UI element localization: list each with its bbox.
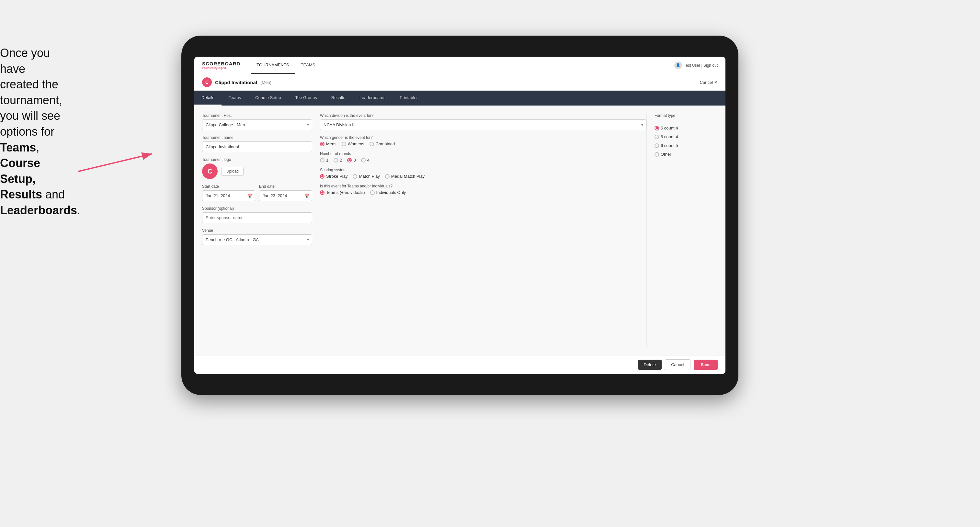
tournament-logo-circle: C	[202, 77, 212, 87]
individuals-only-radio[interactable]	[370, 190, 375, 195]
scoring-stroke[interactable]: Stroke Play	[320, 174, 347, 179]
delete-button[interactable]: Delete	[638, 360, 662, 370]
format-5count4-radio[interactable]	[654, 126, 659, 130]
tab-leaderboards[interactable]: Leaderboards	[352, 90, 393, 106]
scoring-medal-match[interactable]: Medal Match Play	[385, 174, 425, 179]
upload-button[interactable]: Upload	[221, 167, 243, 176]
gender-mens-radio[interactable]	[320, 142, 325, 146]
division-label: Which division is the event for?	[320, 113, 646, 118]
scoring-radio-group: Stroke Play Match Play Medal Match Play	[320, 174, 646, 179]
start-date-wrap: 📅	[202, 190, 255, 201]
left-column: Tournament Host Clippd College - Men Tou…	[202, 113, 312, 348]
scoring-label: Scoring system	[320, 168, 646, 172]
rounds-group: Number of rounds 1 2	[320, 151, 646, 162]
tablet-screen: SCOREBOARD Powered by clippd TOURNAMENTS…	[194, 57, 725, 374]
nav-teams[interactable]: TEAMS	[295, 57, 321, 74]
rounds-2-radio[interactable]	[334, 158, 338, 162]
gender-combined-radio[interactable]	[369, 142, 374, 146]
division-select[interactable]: NCAA Division III	[320, 119, 646, 130]
format-6count4-radio[interactable]	[654, 135, 659, 139]
tournament-host-select[interactable]: Clippd College - Men	[202, 119, 312, 130]
rounds-label: Number of rounds	[320, 151, 646, 156]
tab-details[interactable]: Details	[194, 90, 221, 106]
tournament-cancel-btn[interactable]: Cancel ✕	[700, 80, 718, 85]
teams-plus-individuals[interactable]: Teams (+Individuals)	[320, 190, 365, 195]
venue-select[interactable]: Peachtree GC - Atlanta - GA	[202, 234, 312, 245]
rounds-3-label: 3	[353, 158, 356, 162]
tournament-logo-label: Tournament logo	[202, 157, 312, 162]
teams-plus-radio[interactable]	[320, 190, 325, 195]
tournament-title: Clippd Invitational	[215, 79, 257, 85]
right-content: Which division is the event for? NCAA Di…	[320, 113, 718, 348]
scoring-medal-match-radio[interactable]	[385, 174, 390, 179]
individuals-only[interactable]: Individuals Only	[370, 190, 406, 195]
rounds-3-radio[interactable]	[347, 158, 352, 162]
format-type-label: Format type	[654, 113, 718, 118]
annotation-line5: options for	[0, 125, 54, 138]
tournament-name-group: Tournament name	[202, 135, 312, 152]
save-button[interactable]: Save	[694, 360, 718, 370]
format-6count4-label: 6 count 4	[661, 134, 678, 139]
rounds-2[interactable]: 2	[334, 158, 342, 162]
format-other-radio[interactable]	[654, 152, 659, 157]
tablet-frame: SCOREBOARD Powered by clippd TOURNAMENTS…	[181, 36, 738, 395]
scoring-group: Scoring system Stroke Play Match Play	[320, 168, 646, 179]
annotation-line2: created the	[0, 78, 58, 91]
rounds-3[interactable]: 3	[347, 158, 356, 162]
tournament-logo-group: Tournament logo C Upload	[202, 157, 312, 179]
tab-teams[interactable]: Teams	[221, 90, 248, 106]
rounds-1-radio[interactable]	[320, 158, 325, 162]
rounds-1[interactable]: 1	[320, 158, 328, 162]
format-6count4[interactable]: 6 count 4	[654, 134, 718, 139]
tab-results[interactable]: Results	[324, 90, 352, 106]
gender-combined[interactable]: Combined	[369, 141, 395, 146]
gender-mens[interactable]: Mens	[320, 141, 336, 146]
logo-subtitle: Powered by clippd	[202, 67, 240, 70]
cancel-x-icon: ✕	[714, 80, 718, 85]
scoring-match-label: Match Play	[359, 174, 380, 179]
rounds-4[interactable]: 4	[361, 158, 369, 162]
start-date-group: Start date 📅	[202, 184, 255, 201]
user-area: 👤 Test User | Sign out	[674, 62, 718, 69]
scoring-medal-match-label: Medal Match Play	[391, 174, 425, 179]
tab-tee-groups[interactable]: Tee Groups	[288, 90, 324, 106]
format-6count5-radio[interactable]	[654, 143, 659, 148]
scoring-stroke-radio[interactable]	[320, 174, 325, 179]
tabs-bar: Details Teams Course Setup Tee Groups Re…	[194, 90, 725, 106]
gender-womens[interactable]: Womens	[342, 141, 364, 146]
scoring-match[interactable]: Match Play	[353, 174, 380, 179]
teams-individuals-group: Is this event for Teams and/or Individua…	[320, 184, 646, 195]
format-5count4[interactable]: 5 count 4	[654, 125, 718, 130]
gender-womens-radio[interactable]	[342, 142, 346, 146]
logo-upload-area: C Upload	[202, 163, 312, 179]
scoring-match-radio[interactable]	[353, 174, 357, 179]
rounds-4-radio[interactable]	[361, 158, 366, 162]
tab-printables[interactable]: Printables	[393, 90, 426, 106]
logo-preview: C	[202, 163, 218, 179]
tournament-header: C Clippd Invitational (Men) Cancel ✕	[194, 74, 725, 90]
tab-course-setup[interactable]: Course Setup	[248, 90, 288, 106]
cancel-button[interactable]: Cancel	[665, 359, 690, 370]
individuals-only-label: Individuals Only	[376, 190, 406, 195]
sponsor-group: Sponsor (optional)	[202, 206, 312, 223]
format-6count5[interactable]: 6 count 5	[654, 143, 718, 148]
format-other[interactable]: Other	[654, 152, 718, 157]
gender-womens-label: Womens	[348, 141, 364, 146]
sponsor-input[interactable]	[202, 212, 312, 223]
division-select-wrapper: NCAA Division III	[320, 119, 646, 130]
nav-tournaments[interactable]: TOURNAMENTS	[251, 57, 295, 74]
annotation-teams: Teams	[0, 141, 36, 154]
form-right-main: Which division is the event for? NCAA Di…	[320, 113, 646, 348]
tournament-name-input[interactable]	[202, 141, 312, 152]
logo-title: SCOREBOARD	[202, 61, 240, 67]
footer-bar: Delete Cancel Save	[194, 355, 725, 374]
end-calendar-icon: 📅	[304, 193, 310, 198]
end-date-wrap: 📅	[259, 190, 312, 201]
user-icon: 👤	[674, 62, 682, 69]
format-6count5-label: 6 count 5	[661, 143, 678, 148]
tournament-subtitle: (Men)	[260, 80, 271, 85]
user-sign-out[interactable]: Test User | Sign out	[684, 63, 718, 68]
rounds-4-label: 4	[367, 158, 369, 162]
scoring-stroke-label: Stroke Play	[326, 174, 347, 179]
rounds-1-label: 1	[326, 158, 328, 162]
